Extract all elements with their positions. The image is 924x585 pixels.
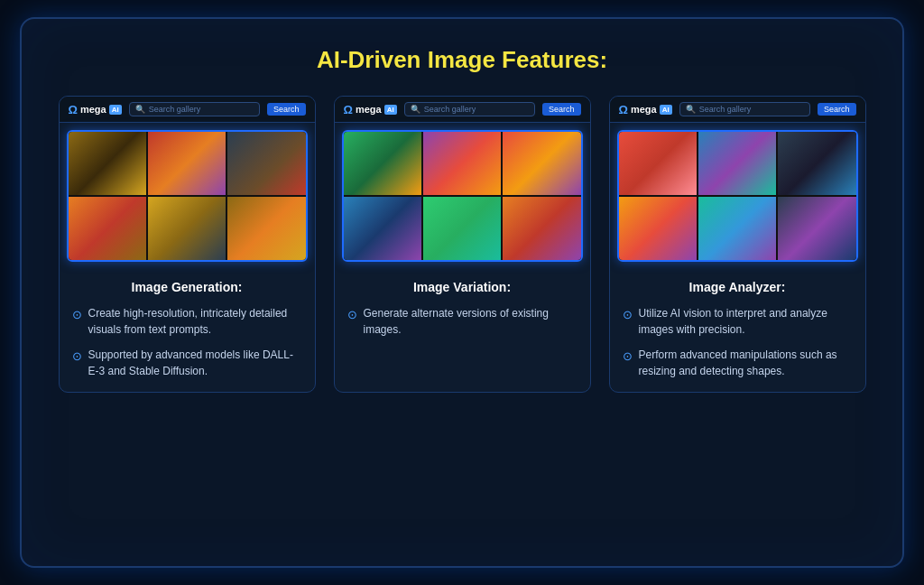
feature-text: Perform advanced manipulations such as r… — [639, 347, 853, 379]
card-navbar-1: Ω mega AI 🔍 Search gallery Search — [60, 97, 315, 123]
img-cell — [778, 132, 855, 195]
search-button-3[interactable]: Search — [818, 103, 856, 116]
search-bar-2[interactable]: 🔍 Search gallery — [404, 102, 535, 116]
card-navbar-2: Ω mega AI 🔍 Search gallery Search — [335, 97, 590, 123]
ai-badge-1: AI — [109, 105, 122, 115]
img-cell — [69, 132, 146, 195]
feature-text: Create high-resolution, intricately deta… — [88, 305, 302, 338]
page-title: AI-Driven Image Features: — [317, 46, 607, 74]
feature-list-2: ⊙ Generate alternate versions of existin… — [347, 305, 578, 338]
search-bar-1[interactable]: 🔍 Search gallery — [129, 102, 260, 116]
mega-text-1: mega — [80, 104, 106, 115]
search-icon-2: 🔍 — [411, 105, 420, 114]
brand-logo-1: Ω mega AI — [69, 103, 122, 116]
card-image-analyzer: Ω mega AI 🔍 Search gallery Search — [609, 96, 866, 393]
feature-text: Supported by advanced models like DALL-E… — [88, 347, 302, 379]
image-grid-1 — [69, 132, 306, 260]
img-cell — [698, 197, 776, 260]
card-navbar-3: Ω mega AI 🔍 Search gallery Search — [610, 97, 865, 123]
img-cell — [344, 132, 421, 195]
omega-icon-1: Ω — [69, 103, 78, 116]
card-image-area-1 — [60, 123, 315, 269]
ai-badge-2: AI — [384, 105, 397, 115]
mega-text-3: mega — [631, 104, 657, 115]
feature-icon: ⊙ — [623, 348, 633, 366]
img-cell — [503, 132, 580, 195]
image-grid-3 — [619, 132, 856, 260]
img-cell — [227, 132, 305, 195]
omega-icon-3: Ω — [619, 103, 628, 116]
image-grid-2 — [344, 132, 581, 260]
search-button-1[interactable]: Search — [267, 103, 306, 116]
search-icon-3: 🔍 — [686, 105, 696, 114]
search-placeholder-3: Search gallery — [699, 105, 752, 114]
feature-item: ⊙ Create high-resolution, intricately de… — [72, 305, 302, 338]
feature-list-3: ⊙ Utilize AI vision to interpret and ana… — [623, 305, 853, 379]
title-yellow: Image Features: — [428, 46, 607, 73]
card-content-1: Image Generation: ⊙ Create high-resoluti… — [60, 269, 315, 392]
card-image-area-2 — [335, 123, 590, 269]
img-cell — [619, 197, 697, 260]
feature-icon: ⊙ — [72, 348, 82, 366]
feature-icon: ⊙ — [72, 306, 82, 324]
card-image-generation: Ω mega AI 🔍 Search gallery Search — [59, 96, 316, 393]
image-grid-wrapper-1 — [67, 130, 308, 262]
feature-text: Generate alternate versions of existing … — [364, 305, 578, 338]
img-cell — [778, 197, 855, 260]
img-cell — [148, 132, 226, 195]
feature-item: ⊙ Generate alternate versions of existin… — [347, 305, 578, 338]
img-cell — [148, 197, 226, 260]
img-cell — [619, 132, 697, 195]
search-placeholder-2: Search gallery — [424, 105, 476, 114]
feature-icon: ⊙ — [347, 306, 357, 324]
mega-text-2: mega — [356, 104, 382, 115]
image-grid-wrapper-2 — [342, 130, 583, 262]
card-title-1: Image Generation: — [72, 280, 302, 294]
img-cell — [227, 197, 305, 260]
image-grid-wrapper-3 — [617, 130, 858, 262]
feature-list-1: ⊙ Create high-resolution, intricately de… — [72, 305, 302, 379]
cards-container: Ω mega AI 🔍 Search gallery Search — [58, 96, 866, 393]
brand-logo-3: Ω mega AI — [619, 103, 672, 116]
img-cell — [423, 197, 501, 260]
search-button-2[interactable]: Search — [542, 103, 581, 116]
img-cell — [69, 197, 146, 260]
card-image-variation: Ω mega AI 🔍 Search gallery Search — [334, 96, 591, 393]
img-cell — [344, 197, 421, 260]
feature-item: ⊙ Perform advanced manipulations such as… — [623, 347, 853, 379]
img-cell — [698, 132, 776, 195]
search-icon-1: 🔍 — [135, 105, 145, 114]
img-cell — [423, 132, 501, 195]
img-cell — [503, 197, 580, 260]
omega-icon-2: Ω — [344, 103, 353, 116]
search-placeholder-1: Search gallery — [149, 105, 201, 114]
feature-icon: ⊙ — [623, 306, 633, 324]
card-image-area-3 — [610, 123, 865, 269]
card-title-2: Image Variation: — [347, 280, 578, 294]
brand-logo-2: Ω mega AI — [344, 103, 397, 116]
card-content-3: Image Analyzer: ⊙ Utilize AI vision to i… — [610, 269, 865, 392]
search-bar-3[interactable]: 🔍 Search gallery — [679, 102, 810, 116]
main-container: AI-Driven Image Features: Ω mega AI 🔍 Se… — [20, 17, 904, 568]
card-title-3: Image Analyzer: — [623, 280, 853, 294]
feature-item: ⊙ Utilize AI vision to interpret and ana… — [623, 305, 853, 338]
card-content-2: Image Variation: ⊙ Generate alternate ve… — [335, 269, 590, 392]
title-white: AI-Driven — [317, 46, 428, 73]
ai-badge-3: AI — [660, 105, 672, 115]
feature-text: Utilize AI vision to interpret and analy… — [639, 305, 853, 338]
feature-item: ⊙ Supported by advanced models like DALL… — [72, 347, 302, 379]
